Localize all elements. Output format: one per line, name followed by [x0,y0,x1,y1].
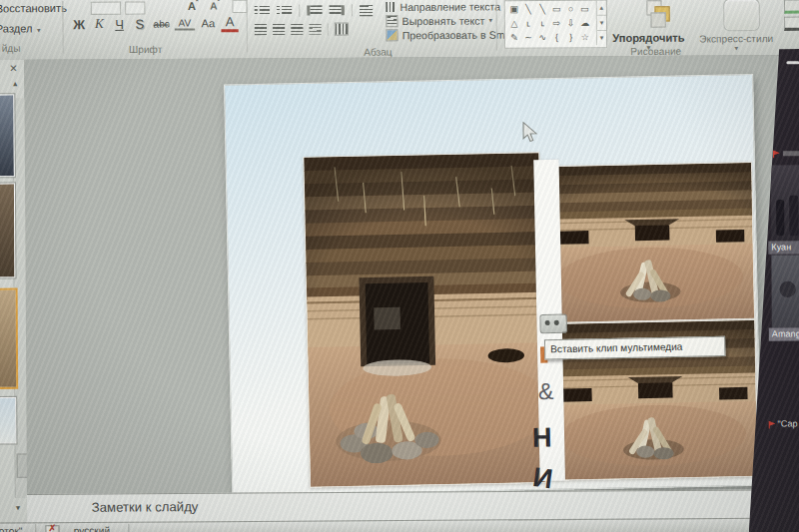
chevron-down-icon: ▾ [37,26,41,33]
theme-name: оток" [0,525,22,532]
increase-indent-button[interactable] [330,5,345,15]
font-color-button[interactable]: А [221,14,238,32]
slide-thumbnail-1[interactable] [0,94,15,177]
language-indicator[interactable]: русский [74,525,110,532]
slide-thumbnail-4[interactable] [0,397,17,444]
paragraph-group-label: Абзац [338,46,418,58]
line-spacing-button[interactable] [360,5,373,16]
align-right-button[interactable] [291,24,303,35]
shape-line-icon[interactable]: ╲ [521,2,535,16]
text-direction-icon [386,2,396,12]
slide-thumbnail-2[interactable] [0,183,16,277]
text-direction-button[interactable]: Направление текста ▾ [386,0,508,13]
shapes-more-button[interactable]: ▼ [597,31,606,45]
shape-scribble-icon[interactable]: ✎ [507,30,521,44]
participant-name: Amang [769,327,799,340]
bold-button[interactable]: Ж [71,16,88,31]
shape-ellipse-icon[interactable]: ○ [563,2,577,16]
change-case-button[interactable]: Аа [198,17,218,29]
meeting-logo-icon [768,421,775,429]
strip-letter-i: И [531,464,554,494]
video-tile[interactable] [771,255,799,327]
shape-cloud-icon[interactable]: ☁ [578,16,592,30]
slide-editor-canvas[interactable]: & Н И Вставить клип мультимедиа [24,55,780,494]
ribbon: Восстановить Раздел ▾ йды Аˆ Аˇ Ж К Ч S … [0,0,799,61]
arrange-icon [646,0,672,26]
shape-triangle-icon[interactable]: △ [507,16,521,30]
participant-name: "Сар [777,418,797,428]
shape-arrow-line-icon[interactable]: ╲ [535,2,549,16]
grow-font-button[interactable]: Аˆ [188,0,198,12]
align-left-button[interactable] [255,24,267,35]
shape-right-brace-icon[interactable]: } [564,30,578,44]
justify-button[interactable] [309,24,321,35]
shapes-scroll-up[interactable]: ▲ [597,1,606,16]
strip-letter-n: Н [531,424,551,452]
participant-name: Куан [768,241,799,254]
shape-elbow-icon[interactable]: ʟ [521,16,535,30]
shape-icon[interactable]: ▣ [507,2,521,16]
shape-elbow-arrow-icon[interactable]: ʟ [535,16,549,30]
shape-wave-icon[interactable]: ∿ [535,30,549,44]
quick-styles-icon [723,0,760,31]
shrink-font-button[interactable]: Аˇ [210,0,220,11]
dwelling-photo-left[interactable] [303,152,545,488]
align-center-button[interactable] [273,24,285,35]
shape-right-arrow-icon[interactable]: ⇨ [549,16,563,30]
group-divider [247,0,248,52]
font-name-box[interactable] [91,2,121,15]
shape-left-brace-icon[interactable]: { [549,30,563,44]
shape-rounded-rect-icon[interactable]: ▭ [578,2,592,16]
quick-styles-button[interactable]: Экспресс-стили ▾ [699,33,773,53]
bullets-button[interactable] [255,6,270,16]
underline-button[interactable]: Ч [111,16,128,31]
slides-group-label: йды [0,43,28,54]
panel-handle [786,61,799,64]
text-shadow-button[interactable]: S [131,16,148,31]
character-spacing-button[interactable]: AV [175,17,195,30]
numbering-button[interactable] [277,6,292,16]
font-size-box[interactable] [125,1,145,14]
shape-curve-icon[interactable]: ∼ [521,30,535,44]
shape-fill-icon[interactable] [784,0,799,14]
columns-button[interactable] [335,22,349,35]
slide[interactable]: & Н И Вставить клип мультимедиа [224,74,761,494]
decrease-indent-button[interactable] [307,5,322,15]
scroll-down-icon[interactable]: ▼ [11,504,25,511]
shape-outline-icon[interactable] [784,17,799,31]
chevron-down-icon: ▾ [488,16,492,24]
tooltip: Вставить клип мультимедиа [544,336,726,360]
slide-thumbnail-3-selected[interactable] [0,288,18,389]
shape-star-icon[interactable]: ☆ [578,30,592,44]
close-icon[interactable]: ✕ [9,63,18,74]
restore-button[interactable]: Восстановить [0,2,67,15]
italic-button[interactable]: К [91,16,108,32]
shape-rectangle-icon[interactable]: ▭ [549,2,563,16]
strikethrough-button[interactable]: abc [152,18,172,29]
shapes-gallery[interactable]: ▣ ╲ ╲ ▭ ○ ▭ △ ʟ ʟ ⇨ ⇩ ☁ ✎ ∼ ∿ { } ☆ ▲ [504,0,608,49]
meeting-logo-icon [773,150,780,158]
strip-letter-amp: & [538,378,554,406]
align-text-button[interactable]: Выровнять текст ▾ [386,14,492,27]
font-group-label: Шрифт [105,44,186,56]
shape-down-arrow-icon[interactable]: ⇩ [563,16,577,30]
video-tile[interactable] [771,165,799,241]
shapes-scroll-down[interactable]: ▼ [597,16,606,31]
dwelling-photo-top-right[interactable] [545,162,755,323]
section-button[interactable]: Раздел ▾ [0,18,41,36]
insert-media-clip-icon[interactable] [539,314,567,334]
mouse-cursor [522,121,538,143]
notes-label: Заметки к слайду [92,499,199,515]
powerpoint-window: Восстановить Раздел ▾ йды Аˆ Аˇ Ж К Ч S … [0,0,799,532]
chevron-down-icon: ▾ [699,44,773,53]
scroll-up-icon[interactable]: ▲ [8,80,22,87]
spellcheck-icon[interactable]: ✗ [45,525,59,532]
align-text-icon [386,15,398,27]
clear-formatting-icon[interactable] [232,0,247,13]
smartart-icon [386,29,398,41]
